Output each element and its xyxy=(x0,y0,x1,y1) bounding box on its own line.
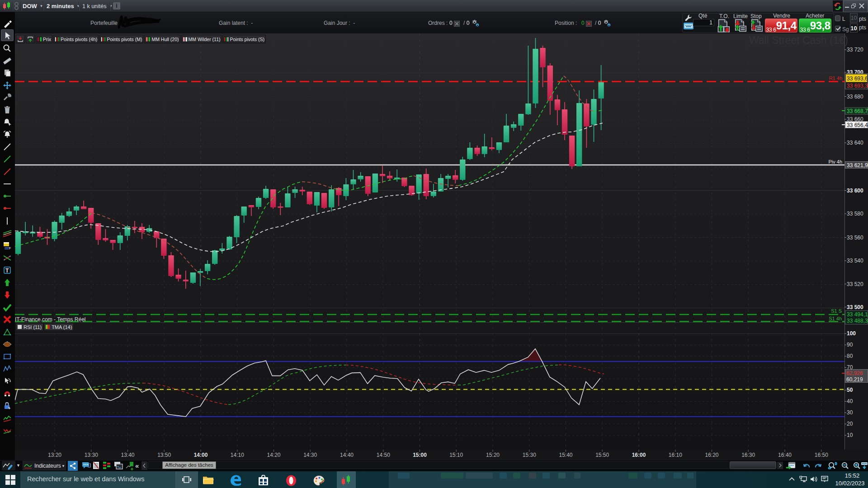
svg-text:14:40: 14:40 xyxy=(340,452,354,458)
svg-text:33 693,3: 33 693,3 xyxy=(847,83,868,89)
svg-text:62,926: 62,926 xyxy=(846,370,863,376)
svg-text:14:50: 14:50 xyxy=(377,452,390,458)
svg-text:16:40: 16:40 xyxy=(778,452,792,458)
svg-text:S1 4h: S1 4h xyxy=(829,316,842,321)
svg-text:15:40: 15:40 xyxy=(559,452,572,458)
svg-text:33 600: 33 600 xyxy=(847,188,863,194)
svg-text:15:20: 15:20 xyxy=(486,452,500,458)
svg-text:90: 90 xyxy=(847,342,853,348)
svg-text:14:10: 14:10 xyxy=(231,452,244,458)
svg-text:IT-Finance.com - Temps Réel: IT-Finance.com - Temps Réel xyxy=(15,316,86,323)
svg-text:16:50: 16:50 xyxy=(815,452,828,458)
svg-text:33 494,1: 33 494,1 xyxy=(847,311,868,318)
svg-text:33 560: 33 560 xyxy=(847,235,863,241)
svg-text:13:30: 13:30 xyxy=(85,452,98,458)
svg-text:30: 30 xyxy=(847,409,853,416)
svg-text:15:50: 15:50 xyxy=(595,452,609,458)
svg-text:Piv 4h: Piv 4h xyxy=(828,159,842,164)
svg-text:16:30: 16:30 xyxy=(741,452,755,458)
svg-text:33 540: 33 540 xyxy=(847,258,863,264)
svg-text:60,219: 60,219 xyxy=(846,376,863,383)
svg-text:50: 50 xyxy=(847,387,853,393)
svg-text:Wall Street Cash (1€): Wall Street Cash (1€) xyxy=(749,34,848,46)
svg-text:33 621,9: 33 621,9 xyxy=(847,162,868,169)
svg-text:33 680: 33 680 xyxy=(847,94,863,100)
svg-text:33 668,7: 33 668,7 xyxy=(847,108,868,114)
svg-text:33 520: 33 520 xyxy=(847,281,863,287)
svg-text:33 488,3: 33 488,3 xyxy=(847,318,868,324)
svg-text:R1 4h: R1 4h xyxy=(829,75,842,81)
svg-text:15:10: 15:10 xyxy=(449,452,463,458)
svg-text:15:30: 15:30 xyxy=(523,452,536,458)
svg-text:16:10: 16:10 xyxy=(669,452,682,458)
svg-text:10: 10 xyxy=(847,432,853,438)
svg-text:14:20: 14:20 xyxy=(267,452,280,458)
svg-text:40: 40 xyxy=(847,398,853,404)
svg-text:33 500: 33 500 xyxy=(847,304,863,310)
svg-text:16:20: 16:20 xyxy=(705,452,718,458)
svg-text:▼: ▼ xyxy=(61,464,65,468)
svg-text:Indicateurs: Indicateurs xyxy=(34,463,61,469)
svg-text:13:20: 13:20 xyxy=(48,452,61,458)
svg-text:33 656,4: 33 656,4 xyxy=(847,122,868,128)
svg-text:33 693,6: 33 693,6 xyxy=(847,75,868,82)
svg-text:80: 80 xyxy=(847,353,853,359)
svg-text:14:30: 14:30 xyxy=(303,452,317,458)
svg-text:16:00: 16:00 xyxy=(632,452,646,458)
svg-text:20: 20 xyxy=(847,421,853,427)
svg-text:F: F xyxy=(9,247,11,250)
svg-text:S1 S: S1 S xyxy=(831,308,842,314)
svg-text:13:50: 13:50 xyxy=(157,452,171,458)
svg-text:33 580: 33 580 xyxy=(847,211,863,217)
svg-text:33 720: 33 720 xyxy=(847,47,863,53)
svg-text:15:00: 15:00 xyxy=(413,452,427,458)
svg-text:100: 100 xyxy=(847,330,856,337)
svg-text:13:40: 13:40 xyxy=(121,452,134,458)
svg-text:14:00: 14:00 xyxy=(194,452,208,458)
svg-text:T: T xyxy=(5,267,9,274)
svg-text:33 640: 33 640 xyxy=(847,140,863,146)
